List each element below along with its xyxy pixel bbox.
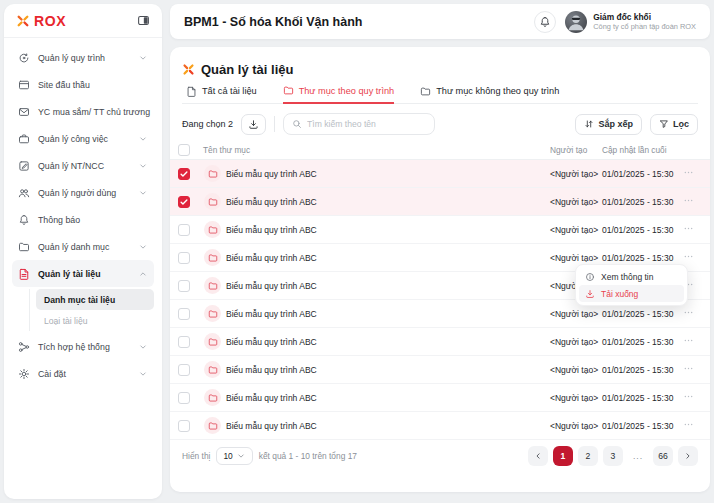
row-actions-button[interactable] [683,223,694,236]
row-check-cell [178,168,204,180]
search-box[interactable] [283,113,435,135]
sidebar-subitem[interactable]: Loại tài liệu [36,310,154,331]
page-title: Quản lý tài liệu [201,62,293,77]
sidebar-header: ROX [4,4,162,38]
row-checkbox[interactable] [178,196,190,208]
sidebar-item[interactable]: Quản lý tài liệu [12,260,154,287]
table-row[interactable]: Biểu mẫu quy trình ABC<Người tạo>01/01/2… [170,356,710,384]
prev-page-button[interactable] [528,446,548,466]
row-actions-button[interactable] [683,251,694,264]
sidebar: ROX Quản lý quy trìnhSite đấu thầuYC mua… [4,4,162,499]
context-menu-item[interactable]: Xem thông tin [579,268,684,285]
sidebar-item[interactable]: Quản lý quy trình [12,44,154,71]
row-creator: <Người tạo> [550,253,602,263]
row-actions-button[interactable] [683,363,694,376]
sidebar-subitem[interactable]: Danh mục tài liệu [36,289,154,310]
next-page-button[interactable] [678,446,698,466]
sidebar-menu: Quản lý quy trìnhSite đấu thầuYC mua sắm… [4,38,162,393]
row-actions-button[interactable] [683,307,694,320]
sidebar-item-label: Quản lý NT/NCC [38,161,104,171]
row-updated: 01/01/2025 - 15:30 [602,253,676,263]
tab-2[interactable]: Thư mục theo quy trình [283,85,395,104]
chevron-left-icon [533,451,543,461]
chevron-down-icon [138,134,148,144]
row-checkbox[interactable] [178,392,190,404]
table-row[interactable]: Biểu mẫu quy trình ABC<Người tạo>01/01/2… [170,384,710,412]
row-checkbox[interactable] [178,168,190,180]
user-menu[interactable]: Giám đốc khối Công ty cổ phần tập đoàn R… [565,11,696,33]
dots-icon [683,251,694,262]
row-actions-button[interactable] [683,419,694,432]
search-input[interactable] [307,119,426,129]
row-checkbox[interactable] [178,252,190,264]
download-icon [248,119,259,130]
row-checkbox[interactable] [178,308,190,320]
notifications-button[interactable] [534,11,556,33]
row-checkbox[interactable] [178,364,190,376]
table-row[interactable]: Biểu mẫu quy trình ABC<Người tạo>01/01/2… [170,160,710,188]
page-title-icon [182,63,195,76]
sidebar-item[interactable]: Tích hợp hệ thống [12,333,154,360]
page-button[interactable]: 2 [578,446,598,466]
table-row[interactable]: Biểu mẫu quy trình ABC<Người tạo>01/01/2… [170,412,710,440]
download-selected-button[interactable] [241,114,266,135]
chevron-down-icon [138,369,148,379]
row-checkbox[interactable] [178,420,190,432]
page-title-row: Quản lý tài liệu [182,59,698,79]
select-all-checkbox[interactable] [178,144,190,156]
sidebar-item[interactable]: Quản lý NT/NCC [12,152,154,179]
page-size-select[interactable]: 10 [216,447,252,465]
row-checkbox[interactable] [178,224,190,236]
tab-1[interactable]: Tất cả tài liệu [186,85,257,103]
row-name-cell: Biểu mẫu quy trình ABC [204,361,550,378]
sidebar-item[interactable]: Quản lý công việc [12,125,154,152]
page-button[interactable]: 1 [553,446,573,466]
row-actions-button[interactable] [683,167,694,180]
sidebar-item[interactable]: Quản lý người dùng [12,179,154,206]
row-actions-button[interactable] [683,391,694,404]
page-button[interactable]: 66 [653,446,673,466]
filter-label: Lọc [673,119,689,129]
sidebar-item[interactable]: Thông báo [12,206,154,233]
search-icon [292,119,302,129]
top-bar-right: Giám đốc khối Công ty cổ phần tập đoàn R… [534,11,696,33]
folder-badge [204,361,221,378]
dots-icon [683,419,694,430]
page-button[interactable]: 3 [603,446,623,466]
row-creator: <Người tạo> [550,169,602,179]
row-creator: <Người tạo> [550,393,602,403]
pagination: Hiển thị 10 kết quả 1 - 10 trên tổng 17 … [182,443,698,469]
sidebar-collapse-button[interactable] [137,14,150,27]
sidebar-item[interactable]: Site đấu thầu [12,71,154,98]
table-row[interactable]: Biểu mẫu quy trình ABC<Người tạo>01/01/2… [170,328,710,356]
row-updated: 01/01/2025 - 15:30 [602,197,676,207]
row-dots-cell [676,363,694,376]
sidebar-item[interactable]: Quản lý danh mục [12,233,154,260]
folder-icon [208,225,218,235]
chevron-down-icon [138,269,148,279]
mail-icon [18,106,30,118]
row-updated: 01/01/2025 - 15:30 [602,225,676,235]
folder-icon [208,309,218,319]
filter-button[interactable]: Lọc [650,114,698,135]
workspace-title: BPM1 - Số hóa Khối Vận hành [184,15,362,29]
tab-3[interactable]: Thư mục không theo quy trình [420,85,559,103]
table-row[interactable]: Biểu mẫu quy trình ABC<Người tạo>01/01/2… [170,216,710,244]
sidebar-item-label: Quản lý công việc [38,134,108,144]
row-checkbox[interactable] [178,280,190,292]
table-row[interactable]: Biểu mẫu quy trình ABC<Người tạo>01/01/2… [170,188,710,216]
row-updated: 01/01/2025 - 15:30 [602,309,676,319]
row-check-cell [178,420,204,432]
sidebar-item-label: YC mua sắm/ TT chủ trương [38,107,150,117]
chevron-down-icon [138,188,148,198]
row-checkbox[interactable] [178,336,190,348]
sort-button[interactable]: Sắp xếp [575,114,642,135]
sidebar-item[interactable]: Cài đặt [12,360,154,387]
logo-text: ROX [34,13,66,29]
row-updated: 01/01/2025 - 15:30 [602,365,676,375]
row-actions-button[interactable] [683,195,694,208]
context-menu-item[interactable]: Tải xuống [579,285,684,302]
sidebar-item-label: Quản lý tài liệu [38,269,101,279]
row-actions-button[interactable] [683,335,694,348]
sidebar-item[interactable]: YC mua sắm/ TT chủ trương [12,98,154,125]
